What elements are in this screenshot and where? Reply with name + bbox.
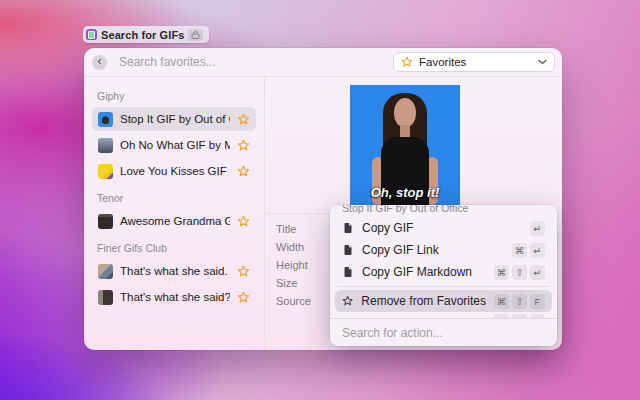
gif-thumbnail: [98, 164, 113, 179]
section-title-tenor: Tenor: [97, 192, 251, 204]
gif-thumbnail: [98, 138, 113, 153]
clipboard-icon: [342, 222, 354, 234]
favorite-star-icon[interactable]: [237, 215, 250, 228]
meta-label-title: Title: [276, 220, 311, 238]
clipboard-icon: [342, 266, 354, 278]
meta-label-height: Height: [276, 256, 311, 274]
action-copy-gif-link[interactable]: Copy GIF Link ⌘ ↵: [335, 239, 552, 261]
gif-thumbnail: [98, 264, 113, 279]
gif-app-icon: [86, 29, 97, 40]
lock-icon: [188, 29, 203, 41]
list-item-stop-it-gif[interactable]: Stop It GIF by Out of Office: [92, 107, 256, 131]
shortcut-cmd-key: ⌘: [512, 243, 527, 258]
shortcut-return-key: ↵: [530, 221, 545, 236]
shortcut-shift-key: ⇧: [512, 265, 527, 280]
action-group-divider: [337, 286, 550, 287]
action-search-placeholder: Search for action...: [342, 326, 443, 340]
favorite-star-icon[interactable]: [237, 165, 250, 178]
favorite-star-icon[interactable]: [237, 265, 250, 278]
shortcut-f-key: F: [530, 294, 545, 309]
list-item-thats-what-she-said-q[interactable]: That's what she said?: [92, 285, 256, 309]
gif-preview: Oh, stop it!: [350, 85, 460, 205]
command-pill-label: Search for GIFs: [101, 29, 184, 41]
app-window: ‹ Search favorites... Favorites Giphy St…: [84, 48, 562, 350]
search-header: ‹ Search favorites... Favorites: [84, 48, 562, 76]
command-pill[interactable]: Search for GIFs: [83, 26, 209, 43]
shortcut-cmd-key: ⌘: [494, 265, 509, 280]
back-button[interactable]: ‹: [92, 55, 107, 70]
action-panel-header: Stop It GIF by Out of Office: [342, 205, 545, 215]
star-icon: [401, 56, 413, 68]
section-title-giphy: Giphy: [97, 90, 251, 102]
shortcut-shift-key: ⇧: [512, 294, 527, 309]
favorite-star-icon[interactable]: [237, 291, 250, 304]
meta-label-width: Width: [276, 238, 311, 256]
action-search-field[interactable]: Search for action...: [330, 318, 557, 346]
shortcut-cmd-key: ⌘: [494, 294, 509, 309]
action-remove-from-favorites[interactable]: Remove from Favorites ⌘ ⇧ F: [335, 290, 552, 312]
shortcut-return-key: ↵: [530, 265, 545, 280]
action-copy-gif-markdown[interactable]: Copy GIF Markdown ⌘ ⇧ ↵: [335, 261, 552, 283]
favorite-star-icon[interactable]: [237, 113, 250, 126]
section-title-finer-gifs-club: Finer Gifs Club: [97, 242, 251, 254]
meta-label-source: Source: [276, 292, 311, 310]
meta-label-size: Size: [276, 274, 311, 292]
list-item-oh-no-what-gif[interactable]: Oh No What GIF by Major Le...: [92, 133, 256, 157]
star-icon: [342, 295, 353, 307]
action-panel: Stop It GIF by Out of Office Copy GIF ↵ …: [330, 205, 557, 346]
list-item-awesome-grandma-gif[interactable]: Awesome Grandma GIF: [92, 209, 256, 233]
gif-caption: Oh, stop it!: [350, 185, 460, 200]
favorite-star-icon[interactable]: [237, 139, 250, 152]
favorites-list: Giphy Stop It GIF by Out of Office Oh No…: [84, 77, 265, 350]
list-item-love-you-kisses-gif[interactable]: Love You Kisses GIF by Ted...: [92, 159, 256, 183]
gif-thumbnail: [98, 112, 113, 127]
action-list: Stop It GIF by Out of Office Copy GIF ↵ …: [330, 205, 557, 318]
action-copy-gif[interactable]: Copy GIF ↵: [335, 217, 552, 239]
gif-thumbnail: [98, 214, 113, 229]
favorites-dropdown-label: Favorites: [419, 56, 466, 68]
favorites-dropdown[interactable]: Favorites: [393, 52, 555, 72]
chevron-down-icon: [538, 59, 547, 65]
shortcut-return-key: ↵: [530, 243, 545, 258]
clipboard-icon: [342, 244, 354, 256]
metadata-labels: Title Width Height Size Source: [276, 220, 311, 310]
gif-thumbnail: [98, 290, 113, 305]
list-item-thats-what-she-said[interactable]: That's what she said.: [92, 259, 256, 283]
search-input[interactable]: Search favorites...: [119, 55, 216, 69]
